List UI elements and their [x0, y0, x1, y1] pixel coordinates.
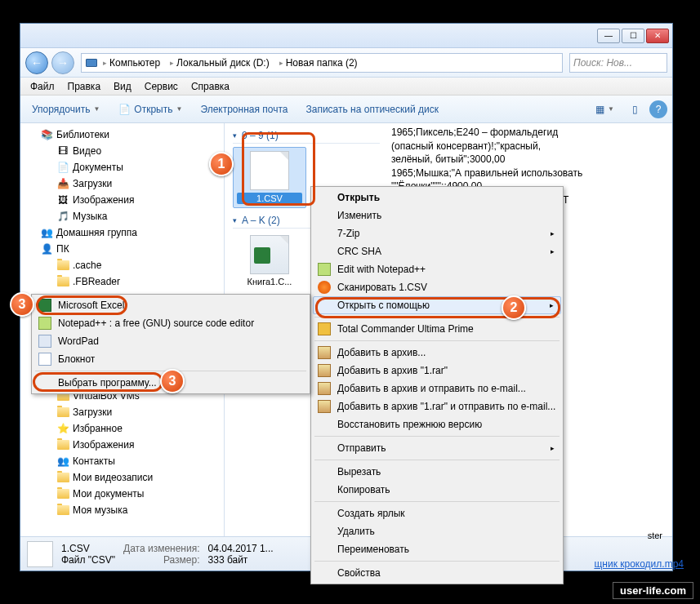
ctx-delete[interactable]: Удалить: [313, 522, 561, 540]
ctx-create-shortcut[interactable]: Создать ярлык: [313, 504, 561, 522]
homegroup-icon: 👥: [40, 226, 53, 239]
documents-icon: 📄: [56, 161, 69, 174]
excel-file-icon: [250, 235, 289, 274]
computer-icon: [85, 56, 98, 69]
notepad-icon: [38, 353, 51, 366]
ctx-open[interactable]: Открыть: [313, 189, 561, 207]
ctx-separator: [314, 317, 560, 318]
view-button[interactable]: ▦▼: [589, 100, 621, 118]
status-size-label: Размер:: [123, 554, 200, 566]
file-icon: 📄: [118, 103, 131, 116]
ctx-edit[interactable]: Изменить: [313, 207, 561, 224]
crumb-folder[interactable]: ▸Новая папка (2): [274, 54, 363, 72]
ctx-separator: [314, 436, 560, 437]
tree-music[interactable]: 🎵Музыка: [20, 208, 224, 224]
downloads-icon: 📥: [56, 177, 69, 190]
tree-downloads2[interactable]: Загрузки: [20, 404, 224, 420]
titlebar: — ☐ ✕: [20, 24, 672, 48]
ctx-scan[interactable]: Сканировать 1.CSV: [313, 278, 561, 296]
tree-video[interactable]: 🎞Видео: [20, 143, 224, 159]
tree-favorites[interactable]: ⭐Избранное: [20, 420, 224, 437]
menu-edit[interactable]: Правка: [61, 81, 108, 92]
tree-mydocs[interactable]: Мои документы: [20, 486, 224, 502]
tree-pictures2[interactable]: Изображения: [20, 437, 224, 453]
extra-link[interactable]: щник крокодил.mp4: [594, 558, 684, 570]
search-box[interactable]: Поиск: Нов...: [569, 53, 667, 73]
extra-text-ster: ster: [648, 531, 662, 540]
ctx-crc[interactable]: CRC SHA▸: [313, 242, 561, 260]
ctx-rename[interactable]: Переименовать: [313, 540, 561, 558]
ctx-edit-npp[interactable]: Edit with Notepad++: [313, 260, 561, 278]
ctx-separator: [314, 501, 560, 502]
folder-icon: [56, 504, 69, 517]
group-header-09[interactable]: ▾0 – 9 (1): [233, 130, 380, 144]
file-item-kniga1[interactable]: Книга1.C...: [233, 232, 306, 290]
minimize-button[interactable]: —: [597, 29, 620, 43]
tree-mymusic[interactable]: Моя музыка: [20, 502, 224, 518]
tree-cache[interactable]: .cache: [20, 257, 224, 273]
user-icon: 👤: [40, 242, 53, 255]
file-name: Книга1.C...: [236, 277, 303, 286]
tree-documents[interactable]: 📄Документы: [20, 159, 224, 175]
notepadpp-icon: [38, 317, 51, 330]
ctx-restore[interactable]: Восстановить прежнюю версию: [313, 415, 561, 433]
annotation-badge-3b: 3: [160, 369, 185, 393]
menu-file[interactable]: Файл: [24, 81, 61, 92]
watermark: user-life.com: [613, 582, 693, 599]
folder-icon: [56, 438, 69, 451]
prog-notepad[interactable]: Блокнот: [33, 350, 308, 368]
close-button[interactable]: ✕: [646, 29, 669, 43]
ctx-separator: [314, 340, 560, 341]
music-icon: 🎵: [56, 210, 69, 223]
tree-fbreader[interactable]: .FBReader: [20, 273, 224, 290]
ctx-archive-1rar-email[interactable]: Добавить в архив "1.rar" и отправить по …: [313, 397, 561, 415]
nav-bar: ← → ▸Компьютер ▸Локальный диск (D:) ▸Нов…: [20, 48, 672, 78]
winrar-icon: [318, 382, 331, 395]
help-button[interactable]: ?: [649, 100, 667, 118]
tree-contacts[interactable]: 👥Контакты: [20, 453, 224, 469]
ctx-separator: [314, 561, 560, 562]
tree-myvideos[interactable]: Мои видеозаписи: [20, 469, 224, 486]
back-button[interactable]: ←: [25, 51, 48, 74]
menu-help[interactable]: Справка: [185, 81, 236, 92]
status-file-icon: [27, 541, 53, 567]
burn-button[interactable]: Записать на оптический диск: [300, 100, 446, 118]
prog-notepadpp[interactable]: Notepad++ : a free (GNU) source code edi…: [33, 314, 308, 332]
status-date: 04.04.2017 1...: [208, 543, 274, 554]
tree-pk[interactable]: 👤ПК: [20, 241, 224, 257]
forward-button[interactable]: →: [51, 51, 74, 74]
prog-excel[interactable]: Microsoft Excel: [33, 296, 308, 314]
ctx-7zip[interactable]: 7-Zip▸: [313, 224, 561, 242]
ctx-cut[interactable]: Вырезать: [313, 463, 561, 481]
tree-downloads[interactable]: 📥Загрузки: [20, 175, 224, 192]
annotation-badge-2: 2: [502, 295, 526, 320]
menu-tools[interactable]: Сервис: [138, 81, 185, 92]
preview-pane-button[interactable]: ▯: [626, 100, 644, 118]
tree-homegroup[interactable]: 👥Домашняя группа: [20, 224, 224, 241]
ctx-properties[interactable]: Свойства: [313, 564, 561, 582]
menu-view[interactable]: Вид: [107, 81, 138, 92]
email-button[interactable]: Электронная почта: [194, 100, 294, 118]
excel-icon: [38, 299, 51, 312]
ctx-total-commander[interactable]: Total Commander Ultima Prime: [313, 320, 561, 338]
tree-libraries[interactable]: 📚Библиотеки: [20, 127, 224, 143]
status-name: 1.CSV: [61, 543, 115, 554]
crumb-computer[interactable]: ▸Компьютер: [98, 54, 165, 72]
ctx-send-to[interactable]: Отправить▸: [313, 439, 561, 457]
organize-button[interactable]: Упорядочить▼: [25, 100, 106, 118]
tree-pictures[interactable]: 🖼Изображения: [20, 192, 224, 208]
contacts-icon: 👥: [56, 455, 69, 468]
annotation-badge-1: 1: [209, 152, 234, 176]
star-icon: ⭐: [56, 422, 69, 435]
ctx-add-archive-1rar[interactable]: Добавить в архив "1.rar": [313, 362, 561, 380]
prog-wordpad[interactable]: WordPad: [33, 332, 308, 350]
ctx-add-archive[interactable]: Добавить в архив...: [313, 344, 561, 362]
open-button[interactable]: 📄Открыть▼: [111, 100, 189, 119]
maximize-button[interactable]: ☐: [622, 29, 644, 43]
file-item-1csv[interactable]: 1.CSV: [233, 147, 306, 208]
ctx-archive-email[interactable]: Добавить в архив и отправить по e-mail..…: [313, 380, 561, 397]
ctx-copy[interactable]: Копировать: [313, 481, 561, 499]
menubar: Файл Правка Вид Сервис Справка: [20, 78, 672, 95]
crumb-drive[interactable]: ▸Локальный диск (D:): [165, 54, 274, 72]
breadcrumb[interactable]: ▸Компьютер ▸Локальный диск (D:) ▸Новая п…: [81, 53, 563, 73]
